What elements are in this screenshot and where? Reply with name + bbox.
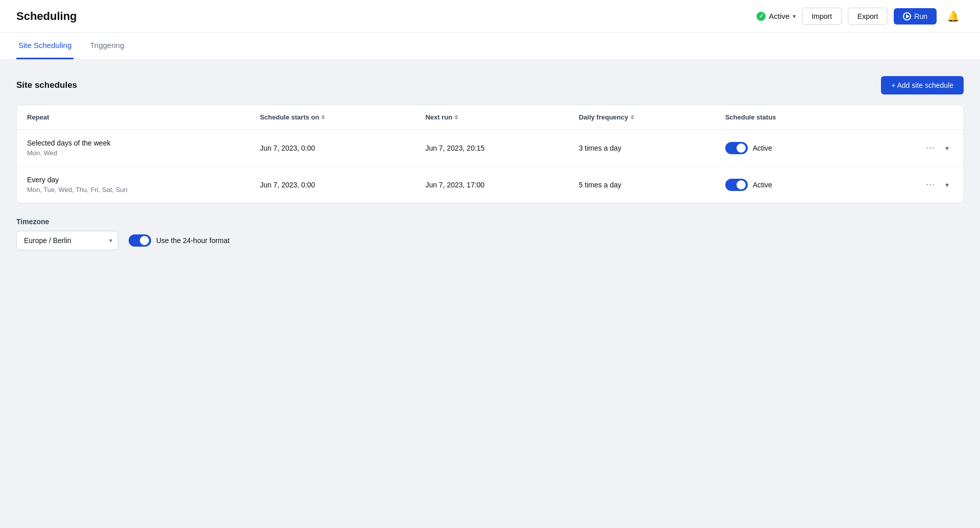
page-title: Scheduling	[16, 10, 756, 23]
tabs-bar: Site Scheduling Triggering	[0, 33, 980, 60]
schedules-table-container: Repeat Schedule starts on	[16, 105, 964, 203]
cell-next-run-0: Jun 7, 2023, 20:15	[415, 130, 569, 166]
col-header-next-run[interactable]: Next run	[415, 105, 569, 130]
col-header-schedule-starts[interactable]: Schedule starts on	[250, 105, 415, 130]
main-content: Site schedules + Add site schedule Repea…	[0, 60, 980, 528]
status-toggle-0[interactable]	[725, 142, 748, 154]
timezone-select[interactable]: Europe / Berlin UTC America / New_York A…	[16, 231, 118, 250]
table-row: Every day Mon, Tue, Wed, Thu, Fri, Sat, …	[17, 166, 963, 203]
status-text-1: Active	[753, 181, 772, 189]
tab-site-scheduling[interactable]: Site Scheduling	[16, 33, 74, 59]
status-indicator[interactable]: Active ▾	[756, 12, 796, 21]
cell-repeat-0: Selected days of the week Mon, Wed	[17, 130, 250, 166]
run-label: Run	[914, 12, 927, 20]
cell-repeat-1: Every day Mon, Tue, Wed, Thu, Fri, Sat, …	[17, 166, 250, 203]
format-toggle[interactable]	[129, 234, 151, 247]
more-options-button-0[interactable]: ···	[922, 140, 939, 155]
cell-next-run-1: Jun 7, 2023, 17:00	[415, 166, 569, 203]
export-button[interactable]: Export	[848, 8, 888, 25]
tab-triggering[interactable]: Triggering	[88, 33, 126, 59]
sort-icon-schedule-starts	[321, 115, 325, 119]
run-icon	[903, 12, 911, 20]
cell-status-0: Active	[715, 130, 912, 166]
cell-status-1: Active	[715, 166, 912, 203]
table-header-row: Repeat Schedule starts on	[17, 105, 963, 130]
cell-actions-1: ··· ▾	[912, 166, 963, 203]
chevron-down-icon: ▾	[793, 13, 796, 20]
expand-button-1[interactable]: ▾	[941, 179, 953, 191]
cell-actions-0: ··· ▾	[912, 130, 963, 166]
format-row: Use the 24-hour format	[129, 234, 230, 247]
more-options-button-1[interactable]: ···	[922, 177, 939, 192]
repeat-main-1: Every day	[27, 176, 239, 184]
header: Scheduling Active ▾ Import Export Run 🔔	[0, 0, 980, 33]
col-header-actions	[912, 105, 963, 130]
cell-schedule-starts-0: Jun 7, 2023, 0:00	[250, 130, 415, 166]
section-title: Site schedules	[16, 80, 77, 90]
status-dot-icon	[756, 12, 766, 21]
sort-icon-daily-frequency	[630, 115, 634, 119]
repeat-sub-1: Mon, Tue, Wed, Thu, Fri, Sat, Sun	[27, 186, 239, 194]
col-header-repeat: Repeat	[17, 105, 250, 130]
schedules-table: Repeat Schedule starts on	[17, 105, 963, 203]
repeat-main-0: Selected days of the week	[27, 139, 239, 147]
status-toggle-1[interactable]	[725, 179, 748, 191]
status-text-0: Active	[753, 144, 772, 152]
header-actions: Active ▾ Import Export Run 🔔	[756, 8, 964, 25]
format-label: Use the 24-hour format	[156, 236, 230, 245]
cell-daily-frequency-1: 5 times a day	[569, 166, 715, 203]
col-header-daily-frequency[interactable]: Daily frequency	[569, 105, 715, 130]
timezone-select-wrapper: Europe / Berlin UTC America / New_York A…	[16, 231, 118, 250]
repeat-sub-0: Mon, Wed	[27, 149, 239, 157]
col-header-schedule-status: Schedule status	[715, 105, 912, 130]
bell-icon[interactable]: 🔔	[943, 8, 964, 25]
run-button[interactable]: Run	[894, 8, 937, 25]
timezone-row: Europe / Berlin UTC America / New_York A…	[16, 231, 964, 250]
import-button[interactable]: Import	[802, 8, 842, 25]
expand-button-0[interactable]: ▾	[941, 142, 953, 154]
add-site-schedule-button[interactable]: + Add site schedule	[881, 76, 964, 94]
sort-icon-next-run	[454, 115, 458, 119]
cell-schedule-starts-1: Jun 7, 2023, 0:00	[250, 166, 415, 203]
section-header: Site schedules + Add site schedule	[16, 76, 964, 94]
status-label: Active	[769, 12, 790, 20]
timezone-label: Timezone	[16, 218, 964, 226]
timezone-section: Timezone Europe / Berlin UTC America / N…	[16, 218, 964, 250]
table-row: Selected days of the week Mon, Wed Jun 7…	[17, 130, 963, 166]
cell-daily-frequency-0: 3 times a day	[569, 130, 715, 166]
